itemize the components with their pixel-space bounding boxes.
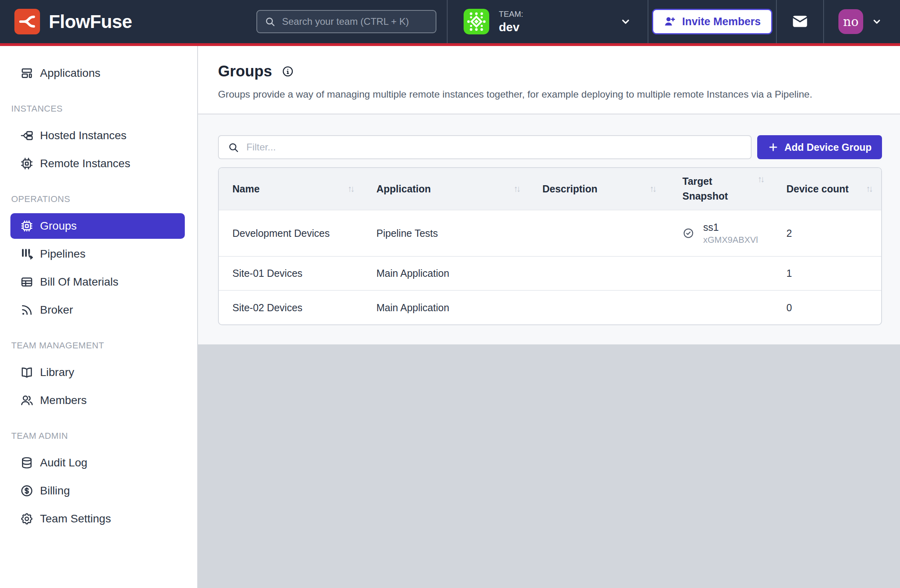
library-icon xyxy=(20,366,34,379)
groups-icon xyxy=(20,219,34,233)
sort-icon[interactable]: ↑↓ xyxy=(345,184,353,194)
cell-application: Pipeline Tests xyxy=(363,210,529,256)
sidebar-item-label: Applications xyxy=(40,67,100,80)
remote-instances-icon xyxy=(20,157,34,170)
chevron-down-icon xyxy=(871,16,882,27)
brand-name: FlowFuse xyxy=(49,11,132,32)
sidebar-item-remote-instances[interactable]: Remote Instances xyxy=(10,151,185,176)
plus-icon xyxy=(768,142,779,153)
mail-icon[interactable] xyxy=(791,12,809,31)
cell-application: Main Application xyxy=(363,290,529,324)
team-settings-icon xyxy=(20,512,34,526)
snapshot-name: ss1 xyxy=(703,222,758,233)
snapshot-id: xGMX9ABXVl xyxy=(703,235,758,245)
members-icon xyxy=(20,394,34,407)
brand[interactable]: FlowFuse xyxy=(0,9,256,34)
sidebar-item-pipelines[interactable]: Pipelines xyxy=(10,241,185,267)
team-search[interactable] xyxy=(256,10,436,33)
sidebar-item-label: Pipelines xyxy=(40,248,86,260)
search-icon xyxy=(228,142,239,153)
hosted-instances-icon xyxy=(20,129,34,142)
search-input[interactable] xyxy=(282,16,428,27)
cell-application: Main Application xyxy=(363,256,529,290)
sidebar-section-team-admin: TEAM ADMIN xyxy=(11,431,197,441)
team-avatar xyxy=(464,9,489,34)
sidebar-item-label: Team Settings xyxy=(40,512,111,525)
sidebar-item-groups[interactable]: Groups xyxy=(10,213,185,239)
column-header-name[interactable]: Name↑↓ xyxy=(219,168,363,210)
filter-input[interactable] xyxy=(246,142,743,153)
flowfuse-logo-icon xyxy=(14,9,40,34)
cell-device-count: 1 xyxy=(773,256,881,290)
page-title: Groups xyxy=(218,63,272,80)
user-menu[interactable]: no xyxy=(824,9,900,34)
sidebar-item-billing[interactable]: Billing xyxy=(10,478,185,504)
table-row[interactable]: Site-01 Devices Main Application 1 xyxy=(219,256,881,290)
cell-name: Development Devices xyxy=(219,210,363,256)
table-header-row: Name↑↓ Application↑↓ Description↑↓ Targe… xyxy=(219,168,881,210)
top-navbar: FlowFuse xyxy=(0,0,900,46)
table-row[interactable]: Development Devices Pipeline Tests xyxy=(219,210,881,256)
team-picker[interactable]: TEAM: dev xyxy=(448,9,648,34)
audit-log-icon xyxy=(20,456,34,470)
add-device-group-button[interactable]: Add Device Group xyxy=(757,135,882,159)
cell-target-snapshot: ss1 xGMX9ABXVl xyxy=(665,210,773,256)
pipelines-icon xyxy=(20,247,34,261)
bill-of-materials-icon xyxy=(20,275,34,289)
sidebar-item-broker[interactable]: Broker xyxy=(10,297,185,323)
page-description: Groups provide a way of managing multipl… xyxy=(218,89,880,100)
broker-icon xyxy=(20,303,34,317)
cell-name: Site-02 Devices xyxy=(219,290,363,324)
billing-icon xyxy=(20,484,34,498)
cell-device-count: 0 xyxy=(773,290,881,324)
cell-target-snapshot xyxy=(665,290,773,324)
cell-device-count: 2 xyxy=(773,210,881,256)
add-device-group-label: Add Device Group xyxy=(784,142,872,153)
column-header-target-snapshot[interactable]: Target Snapshot↑↓ xyxy=(665,168,773,210)
sidebar-item-library[interactable]: Library xyxy=(10,360,185,385)
applications-icon xyxy=(20,66,34,80)
table-row[interactable]: Site-02 Devices Main Application 0 xyxy=(219,290,881,324)
invite-members-label: Invite Members xyxy=(682,16,761,28)
sidebar-item-label: Hosted Instances xyxy=(40,129,126,142)
sidebar-item-audit-log[interactable]: Audit Log xyxy=(10,450,185,476)
content-filler xyxy=(198,344,900,588)
user-add-icon xyxy=(664,15,676,28)
sort-icon[interactable]: ↑↓ xyxy=(755,174,763,184)
column-header-application[interactable]: Application↑↓ xyxy=(363,168,529,210)
sidebar-item-label: Broker xyxy=(40,304,73,316)
sidebar-section-team-management: TEAM MANAGEMENT xyxy=(11,340,197,351)
body-row: Applications INSTANCES Hosted Instances … xyxy=(0,46,900,588)
user-avatar: no xyxy=(838,9,863,34)
team-name: dev xyxy=(499,20,523,34)
search-icon xyxy=(264,16,276,27)
invite-members-button[interactable]: Invite Members xyxy=(652,9,772,34)
notifications-area xyxy=(777,12,823,31)
cell-target-snapshot xyxy=(665,256,773,290)
sidebar-item-label: Members xyxy=(40,394,87,407)
app-window: FlowFuse xyxy=(0,0,900,588)
sidebar-item-bill-of-materials[interactable]: Bill Of Materials xyxy=(10,269,185,295)
chevron-down-icon xyxy=(620,16,632,28)
column-header-device-count[interactable]: Device count↑↓ xyxy=(773,168,881,210)
sort-icon[interactable]: ↑↓ xyxy=(511,184,519,194)
invite-area: Invite Members xyxy=(648,9,776,34)
sidebar-item-applications[interactable]: Applications xyxy=(10,60,185,86)
column-header-description[interactable]: Description↑↓ xyxy=(529,168,665,210)
groups-panel: Add Device Group Name↑↓ Application↑↓ De… xyxy=(198,114,900,344)
filter-field xyxy=(218,135,752,159)
sort-icon[interactable]: ↑↓ xyxy=(647,184,655,194)
sidebar-item-label: Billing xyxy=(40,484,70,497)
sidebar-item-label: Groups xyxy=(40,220,77,232)
info-icon[interactable] xyxy=(282,65,294,78)
sidebar-item-team-settings[interactable]: Team Settings xyxy=(10,506,185,532)
sidebar-item-members[interactable]: Members xyxy=(10,388,185,413)
sidebar-item-label: Library xyxy=(40,366,74,379)
sidebar-item-label: Audit Log xyxy=(40,456,87,469)
sort-icon[interactable]: ↑↓ xyxy=(864,184,872,194)
groups-table: Name↑↓ Application↑↓ Description↑↓ Targe… xyxy=(218,167,882,325)
sidebar-item-hosted-instances[interactable]: Hosted Instances xyxy=(10,123,185,148)
sidebar-item-label: Remote Instances xyxy=(40,157,130,170)
cell-description xyxy=(529,290,665,324)
team-info: TEAM: dev xyxy=(499,10,523,34)
